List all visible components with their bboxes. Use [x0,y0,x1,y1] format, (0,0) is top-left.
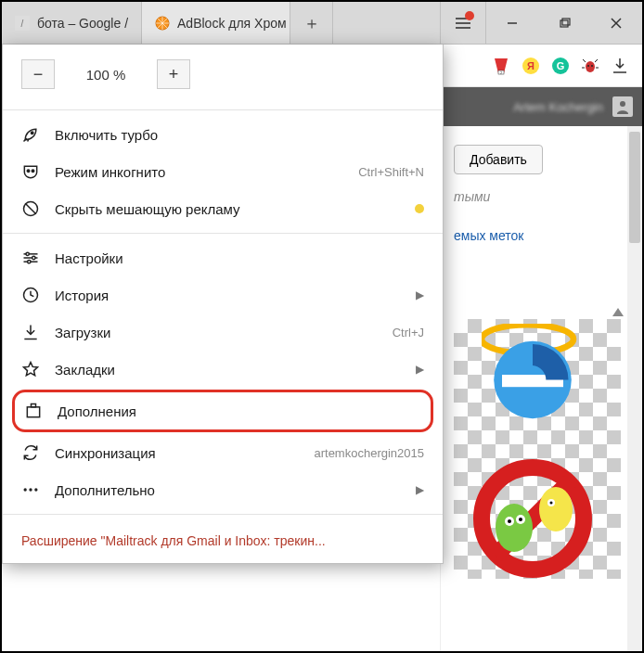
scroll-thumb[interactable] [629,132,640,243]
menu-item-addons[interactable]: Дополнения [12,390,433,432]
window-restore-button[interactable] [538,2,590,44]
block-icon [21,199,40,218]
add-button[interactable]: Добавить [454,145,543,174]
menu-hint: artemkochergin2015 [314,446,424,460]
menu-item-hide-ads[interactable]: Скрыть мешающую рекламу [3,190,443,227]
favicon-orange-icon [155,16,170,31]
menu-label: Настройки [55,250,424,266]
menu-label: Дополнительно [55,482,393,498]
download-icon [21,323,40,341]
svg-rect-6 [562,19,570,25]
svg-point-30 [539,487,573,531]
scrollbar[interactable] [627,126,642,651]
image-thumbnail [454,319,621,579]
chevron-right-icon: ▶ [416,483,424,496]
extension-bar: 2 Я G [441,45,642,87]
plus-icon: ＋ [303,12,320,34]
menu-item-sync[interactable]: Синхронизация artemkochergin2015 [3,434,443,471]
menu-item-history[interactable]: История ▶ [3,276,443,314]
main-menu-button[interactable] [440,2,486,44]
main-menu-dropdown: − 100 % + Включить турбо Режим инкогнито… [2,45,444,564]
sync-icon [21,443,40,462]
svg-point-27 [508,519,511,523]
menu-item-incognito[interactable]: Режим инкогнито Ctrl+Shift+N [3,153,443,190]
svg-point-15 [586,61,595,72]
zoom-out-button[interactable]: − [21,59,55,89]
zoom-in-button[interactable]: + [157,59,190,89]
menu-shortcut: Ctrl+Shift+N [358,165,424,179]
dots-icon [21,480,40,499]
svg-point-32 [550,502,553,505]
svg-rect-46 [27,407,39,417]
svg-point-34 [27,170,30,173]
tab-adblock[interactable]: AdBlock для Хром [142,2,290,44]
menu-label: Включить турбо [55,127,424,143]
minimize-icon [506,17,519,30]
menu-item-more[interactable]: Дополнительно ▶ [3,471,443,508]
chevron-right-icon: ▶ [416,288,424,301]
user-bar: Artem Kochergin [441,87,642,126]
zoom-value: 100 % [55,67,157,83]
svg-point-33 [31,132,33,134]
download-icon[interactable] [611,57,629,75]
svg-rect-47 [32,404,36,407]
close-icon [610,17,623,30]
ext-red-icon[interactable]: 2 [492,57,510,75]
ext-yandex-icon[interactable]: Я [522,57,540,75]
notification-dot-icon [465,11,474,20]
svg-point-42 [32,256,35,259]
svg-point-16 [587,65,589,67]
window-close-button[interactable] [590,2,642,44]
user-avatar-button[interactable] [612,96,633,117]
svg-point-49 [29,488,32,491]
menu-label: Режим инкогнито [55,164,343,180]
menu-item-turbo[interactable]: Включить турбо [3,116,443,153]
svg-point-25 [496,504,533,552]
no-sign-icon [463,458,602,579]
menu-label: Закладки [55,362,393,378]
ext-bug-icon[interactable] [581,57,599,75]
favicon-generic-icon: / [15,16,30,31]
menu-item-settings[interactable]: Настройки [3,239,443,276]
svg-line-37 [25,203,36,214]
svg-point-41 [26,252,29,255]
svg-point-48 [24,488,27,491]
sliders-icon [21,249,40,267]
menu-footer-notice[interactable]: Расширение "Mailtrack для Gmail и Inbox:… [3,520,443,559]
chevron-right-icon: ▶ [416,363,424,376]
menu-label: История [55,288,393,303]
page-link[interactable]: емых меток [454,228,523,243]
user-name: Artem Kochergin [513,100,603,114]
svg-point-50 [34,488,37,491]
menu-label: Скрыть мешающую рекламу [55,201,400,217]
tab-label: AdBlock для Хром [177,16,287,31]
svg-text:/: / [21,19,24,29]
tab-google[interactable]: / бота – Google / [2,2,142,44]
menu-label: Дополнения [58,403,421,419]
collapse-icon[interactable] [612,308,624,316]
ie-logo-icon [482,324,584,426]
svg-point-35 [32,170,34,173]
window-minimize-button[interactable] [486,2,538,44]
svg-rect-5 [560,20,568,27]
avatar-icon [615,99,630,114]
menu-label: Синхронизация [55,445,299,461]
zoom-controls: − 100 % + [3,54,443,104]
star-icon [21,360,40,378]
menu-item-downloads[interactable]: Загрузки Ctrl+J [3,314,443,351]
page-muted-text: тыми [454,189,629,204]
menu-item-bookmarks[interactable]: Закладки ▶ [3,351,443,388]
svg-point-43 [28,261,31,263]
svg-point-19 [620,101,625,107]
svg-point-29 [519,518,522,521]
ext-grammarly-icon[interactable]: G [551,57,570,75]
new-tab-button[interactable]: ＋ [290,2,333,44]
rocket-icon [21,125,40,144]
tab-strip: / бота – Google / AdBlock для Хром ＋ [2,2,642,45]
status-dot-icon [415,204,424,213]
menu-shortcut: Ctrl+J [393,326,424,339]
svg-text:Я: Я [527,60,535,71]
puzzle-icon [24,402,43,420]
restore-icon [558,17,571,30]
tab-label: бота – Google / [37,16,128,31]
